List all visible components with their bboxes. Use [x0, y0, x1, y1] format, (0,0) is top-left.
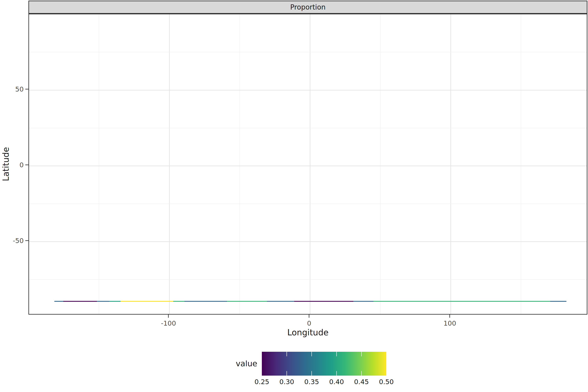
x-axis-tick-label: 100 [435, 319, 464, 328]
legend-tick-label: 0.45 [347, 378, 376, 386]
legend-tick [336, 352, 337, 356]
value-line-segment [173, 301, 184, 302]
legend-tick [361, 371, 362, 376]
value-line-segment [373, 301, 550, 302]
gridline-major-h [29, 166, 587, 166]
value-line-segment [184, 301, 227, 302]
value-line-segment [267, 301, 294, 302]
y-axis-tick-label: -50 [0, 236, 24, 245]
value-line-segment [294, 301, 353, 302]
legend-colorbar [262, 352, 386, 376]
value-line-segment [227, 301, 267, 302]
legend-tick [311, 371, 312, 376]
gridline-major-v [451, 14, 451, 314]
plot-panel [28, 14, 588, 314]
y-axis-tick [25, 89, 28, 90]
legend-tick [287, 371, 287, 376]
x-axis-tick-label: 0 [295, 319, 324, 328]
x-axis-tick [309, 314, 309, 318]
gridline-minor-h [29, 204, 587, 204]
x-axis-tick [449, 314, 450, 318]
legend-tick [311, 352, 312, 356]
facet-strip: Proportion [28, 0, 588, 14]
gridline-major-h [29, 241, 587, 242]
x-axis-tick-label: -100 [154, 319, 183, 328]
x-axis-tick [168, 314, 169, 318]
value-line-segment [97, 301, 109, 302]
value-line-segment [54, 301, 63, 302]
gridline-major-h [29, 90, 587, 90]
gridline-minor-v [99, 14, 99, 314]
legend-tick [361, 352, 362, 356]
legend-tick-label: 0.25 [247, 378, 276, 386]
facet-strip-label: Proportion [290, 3, 326, 11]
legend-tick-label: 0.30 [272, 378, 301, 386]
legend-tick-label: 0.35 [297, 378, 326, 386]
x-axis-title: Longitude [28, 328, 588, 338]
value-line-segment [63, 301, 97, 302]
legend-tick-label: 0.40 [322, 378, 351, 386]
legend-tick-label: 0.50 [372, 378, 401, 386]
value-raster-row [54, 301, 567, 302]
gridline-minor-h [29, 128, 587, 128]
gridline-major-v [310, 14, 310, 314]
gridline-minor-v [521, 14, 521, 314]
value-line-segment [353, 301, 373, 302]
value-line-segment [109, 301, 120, 302]
value-line-segment [120, 301, 173, 302]
legend-tick [336, 371, 337, 376]
gridline-minor-h [29, 52, 587, 52]
legend-title: value [207, 359, 257, 368]
y-axis-tick [25, 240, 28, 241]
gridline-minor-v [239, 14, 240, 314]
y-axis-tick [25, 164, 28, 165]
gridline-major-v [169, 14, 170, 314]
gridline-minor-h [29, 279, 587, 280]
value-line-segment [550, 301, 567, 302]
legend-tick [287, 352, 287, 356]
gridline-minor-v [380, 14, 381, 314]
y-axis-title: Latitude [1, 147, 11, 181]
y-axis-tick-label: 50 [0, 85, 24, 94]
faceted-map-plot: Proportion 50 0 -50 -100 0 100 Longitude… [0, 0, 588, 392]
